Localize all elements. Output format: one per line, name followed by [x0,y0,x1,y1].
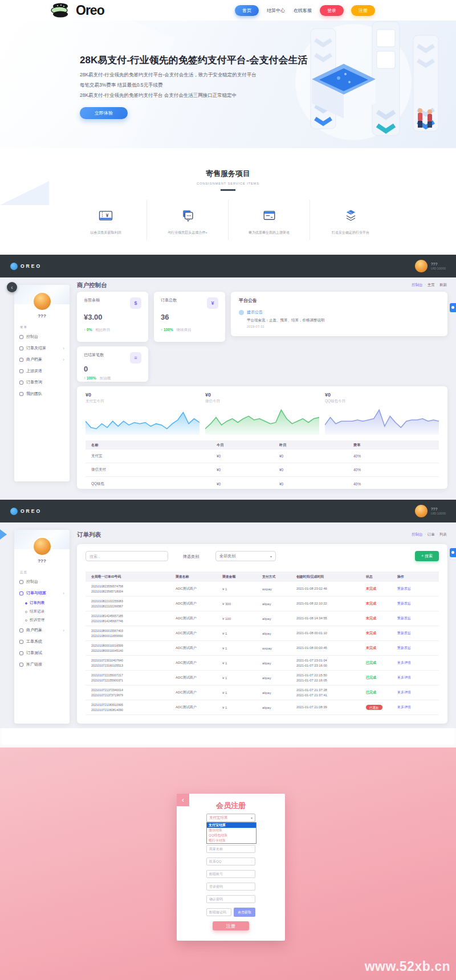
breadcrumb-item[interactable]: 订单 [427,532,435,536]
channel-cell: ADC测试商户 [176,601,222,606]
email-field[interactable] [206,870,255,878]
notice-date: 2019-07-31 [247,325,439,328]
user-name: ??? [431,262,446,266]
row-action-link[interactable]: 更多详情 [397,691,411,694]
sidebar-item-upstream-channels[interactable]: 上游渠道 [14,365,70,377]
status-cell: 未完成 [366,646,397,651]
sidebar-item-order-test[interactable]: 订单测试 [14,647,70,659]
user-subtitle: UID:10000 [431,267,446,270]
register-section: ‹ 会员注册 支付宝结算 ▾ 支付宝结算微信结算QQ钱包结算银行卡结算 点击获取… [0,748,456,980]
settlement-type-select[interactable]: 支付宝结算 ▾ [206,814,255,822]
sidebar-item-orders-settlement[interactable]: 订单及结算› [14,342,70,354]
nav-settlement-center[interactable]: 结算中心 [266,5,286,16]
navbar-brand-text: OREO [21,508,42,514]
user-menu[interactable]: ??? UID:10000 [415,505,446,517]
search-input[interactable] [85,551,168,561]
status-badge: 已退款 [366,705,382,710]
nav-register[interactable]: 注册 [351,5,375,16]
select-option[interactable]: QQ钱包结算 [207,833,256,838]
card-note: 相比昨日 [95,328,110,332]
menu-item-icon [19,369,23,373]
table-cell: 40% [353,482,433,486]
navbar-brand[interactable]: OREO [10,263,42,270]
sidebar-section-label: 总览 [20,570,70,574]
sidebar-item-orders-settlement[interactable]: 订单与结算› [14,587,70,599]
table-row: 20210107221550072172021010722155900371AD… [85,671,439,685]
channel-cell: ADC测试商户 [176,586,222,591]
order-id-cell: 20210107221550072172021010722155900371 [91,673,176,682]
sidebar-item-promotion[interactable]: 推广链接 [14,659,70,670]
register-fields [206,845,255,908]
password-field[interactable] [206,883,255,891]
breadcrumb-item[interactable]: 控制台 [412,532,423,536]
breadcrumb-item[interactable]: 列表 [439,532,447,536]
sidebar-item-merchant-profile[interactable]: 商户档案› [14,624,70,636]
avatar[interactable] [32,292,52,311]
select-option[interactable]: 银行卡结算 [207,838,256,843]
merchant-name-field[interactable] [206,845,255,853]
service-floating-button[interactable] [450,303,456,312]
nav-online-service[interactable]: 在线客服 [293,5,312,16]
row-action-link[interactable]: 更多详情 [397,676,411,679]
sidebar-subitem-settlement-records[interactable]: 结算记录 [14,607,70,616]
menu-item-icon [19,591,23,595]
nav-login[interactable]: 登录 [320,5,344,16]
row-action-link[interactable]: 重新发起 [397,631,411,635]
row-action-link[interactable]: 重新发起 [397,646,411,650]
avatar [415,505,427,517]
sidebar-item-order-query[interactable]: 订单查询 [14,377,70,388]
nav-home[interactable]: 首页 [235,5,259,16]
sidebar-item-dashboard[interactable]: 控制台 [14,576,70,587]
menu-item-icon [19,580,23,584]
register-submit-button[interactable]: 注册 [213,921,249,930]
email-captcha-field[interactable] [206,908,231,916]
category-select[interactable]: 全部类别 ▾ [215,551,276,561]
service-floating-button[interactable] [450,548,456,557]
method-cell: alipay [262,602,296,606]
sidebar-item-merchant-profile[interactable]: 商户档案› [14,354,70,365]
sidebar-subitem-order-list[interactable]: 订单列表 [14,599,70,607]
get-captcha-button[interactable]: 点击获取 [234,908,255,917]
sidebar-collapse-button[interactable] [0,529,7,540]
services-subtitle: CONSIGNMENT SERVICE ITEMS [0,182,456,185]
column-header: 渠道名称 [176,574,222,579]
search-button[interactable]: + 搜索 [415,551,439,561]
platform-notice-panel: 平台公告 提示公告 平台现金流：止盈、预算、结算，价格调整说明 2019-07-… [231,292,447,336]
select-option[interactable]: 支付宝结算 [207,823,256,828]
row-action-link[interactable]: 更多详情 [397,705,411,709]
sidebar-collapse-button[interactable]: ‹ [7,282,17,292]
chart-label: QQ钱包今日 [325,399,439,404]
navbar-brand[interactable]: OREO [10,508,42,515]
dashboard-body: ‹ ??? 菜单控制台订单及结算›商户档案›上游渠道订单查询我的团队 商户控制台… [0,277,456,500]
status-cell: 已完成 [366,690,397,695]
confirm-password-field[interactable] [206,895,255,903]
row-action-link[interactable]: 重新发起 [397,616,411,620]
order-id-cell: 20210107210839109952021010721060814090 [91,703,176,712]
breadcrumb-item[interactable]: 刷新 [439,283,447,287]
chevron-right-icon: › [63,357,64,362]
breadcrumb: 控制台·主页·刷新 [412,283,447,288]
sidebar-subitem-complaints[interactable]: 投诉管理 [14,616,70,624]
user-menu[interactable]: ??? UID:10000 [415,260,446,272]
summary-table-row: 微信支付¥0¥040% [85,463,439,477]
cta-button[interactable]: 立即体验 [80,107,128,119]
wechat-sparkline [205,406,319,435]
avatar[interactable] [32,537,52,556]
oreo-logo: Oreo [50,2,104,19]
time-cell: 2021-01-08 14:34:55 [296,616,366,621]
sidebar-item-dashboard[interactable]: 控制台 [14,331,70,342]
row-action-link[interactable]: 更多详情 [397,661,411,664]
breadcrumb-item[interactable]: 控制台 [412,283,423,287]
user-name: ??? [431,507,446,511]
status-badge: 未完成 [366,587,376,590]
row-action-link[interactable]: 重新发起 [397,587,411,590]
select-option[interactable]: 微信结算 [207,828,256,833]
sidebar-item-my-team[interactable]: 我的团队 [14,388,70,399]
contact-qq-field[interactable] [206,858,255,865]
sidebar-item-work-orders[interactable]: 工单系统 [14,636,70,647]
notice-link[interactable]: 提示公告 [247,309,263,315]
status-cell: 未完成 [366,601,397,606]
row-action-link[interactable]: 重新发起 [397,602,411,605]
chart-amount: ¥0 [205,392,319,398]
breadcrumb-item[interactable]: 主页 [427,283,435,287]
